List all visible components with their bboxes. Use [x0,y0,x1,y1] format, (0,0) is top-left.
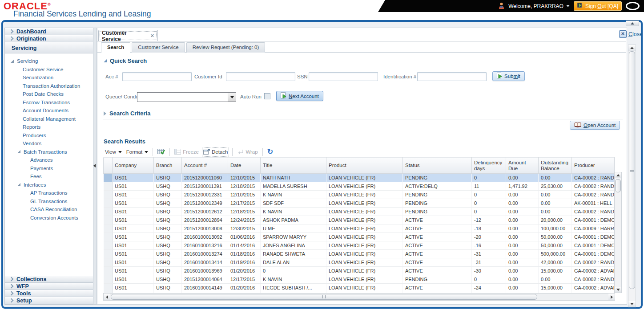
refresh-button[interactable]: ↻ [267,148,273,155]
table-row[interactable]: US01USHQ2015120001234912/17/2015SDF SDFL… [104,199,615,208]
sign-out-icon [577,3,583,9]
sidebar-item-securitization[interactable]: Securitization [5,73,93,82]
table-cell: PENDING [403,199,472,208]
sidebar-item-collateral-management[interactable]: Collateral Management [5,115,93,123]
sidebar-item-transaction-authorization[interactable]: Transaction Authorization [5,82,93,90]
sidebar-item-escrow-transactions[interactable]: Escrow Transactions [5,98,93,107]
scrollbar-thumb[interactable] [615,179,621,192]
column-header-company[interactable]: Company [113,158,154,174]
sidebar-item-fees[interactable]: Fees [5,172,93,181]
sidebar-section-wfp[interactable]: WFP [5,283,93,290]
column-header-producer[interactable]: Producer [572,158,615,174]
scroll-down-button[interactable] [615,287,621,293]
sidebar-item-servicing[interactable]: Servicing [5,57,93,65]
open-account-button[interactable]: Open Account [570,121,620,130]
sidebar-section-servicing[interactable]: Servicing [5,42,93,53]
sidebar-item-interfaces[interactable]: Interfaces [5,181,93,189]
scroll-up-button[interactable] [628,45,636,51]
table-row[interactable]: US01USHQ2015120001289412/24/2015ASHOK PA… [104,216,615,224]
collapse-header-button[interactable] [626,20,639,26]
sidebar-section-setup[interactable]: Setup [5,297,93,304]
sidebar-section-origination[interactable]: Origination [5,35,93,42]
sidebar-section-dashboard[interactable]: DashBoard [5,28,93,35]
freeze-button[interactable]: Freeze [174,149,199,155]
table-cell: 0.00 [506,284,539,292]
tab-search[interactable]: Search [101,42,130,53]
acc-number-input[interactable] [122,72,192,81]
table-row[interactable]: US01USHQ2015120001106012/10/2015NATH NAT… [104,174,615,182]
column-header-amount-due[interactable]: Amount Due [506,158,539,174]
column-header-date[interactable]: Date [228,158,261,174]
sidebar-item-advances[interactable]: Advances [5,156,93,164]
query-by-example-button[interactable] [157,148,165,156]
table-cell: 20160100013414 [182,258,228,267]
wrap-button[interactable]: Wrap [237,149,258,155]
submit-button[interactable]: Submit [492,71,525,81]
page-vertical-scrollbar[interactable] [628,45,636,307]
auto-run-checkbox[interactable] [264,93,270,99]
sidebar-item-post-date-checks[interactable]: Post Date Checks [5,90,93,98]
sidebar-item-gl-transactions[interactable]: GL Transactions [5,197,93,206]
column-header-product[interactable]: Product [326,158,403,174]
table-cell: JONES ANGELINA [261,241,326,250]
scrollbar-thumb[interactable] [111,294,537,300]
scroll-down-button[interactable] [628,301,636,307]
table-row[interactable]: US01USHQ2015120001233112/10/2015K NAVINL… [104,191,615,199]
welcome-menu[interactable]: Welcome, PRAKRRAO [508,3,570,9]
scroll-up-button[interactable] [615,172,621,178]
sidebar-item-customer-service[interactable]: Customer Service [5,65,93,74]
scroll-right-button[interactable] [608,294,615,300]
sidebar-section-collections[interactable]: Collections [5,276,93,283]
sidebar-item-casa-reconciliation[interactable]: CASA Reconciliation [5,205,93,214]
column-header-account[interactable]: Account # [182,158,228,174]
table-horizontal-scrollbar[interactable] [103,293,615,301]
sidebar-item-ap-transactions[interactable]: AP Transactions [5,189,93,197]
column-header-delinquency-days[interactable]: Delinquency days [472,158,506,174]
sidebar-item-vendors[interactable]: Vendors [5,139,93,148]
table-row[interactable]: US01USHQ2016010001321601/14/2016JONES AN… [104,241,615,250]
table-cell: 50,000.00 [539,241,572,250]
table-row[interactable]: US01USHQ2016010001309201/06/2016SPARROW … [104,233,615,241]
view-menu[interactable]: View [105,149,122,155]
table-row[interactable]: US01USHQ2016010001396901/20/20160LOAN VE… [104,267,615,275]
combo-dropdown-button[interactable] [228,93,236,102]
sidebar-section-tools[interactable]: Tools [5,290,93,297]
sidebar-item-payments[interactable]: Payments [5,164,93,173]
ssn-input[interactable] [309,72,378,81]
column-header-title[interactable]: Title [261,158,326,174]
tab-customer-service[interactable]: Customer Service [132,42,185,53]
sidebar-item-batch-transactions[interactable]: Batch Transactions [5,148,93,156]
table-vertical-scrollbar[interactable] [614,172,622,293]
tab-review-request-pending-0[interactable]: Review Request (Pending: 0) [186,42,266,53]
table-row[interactable]: US01USHQ2015120001300812/30/2015U MELOAN… [104,224,615,233]
sidebar-item-account-documents[interactable]: Account Documents [5,106,93,115]
sidebar-item-conversion-accounts[interactable]: Conversion Accounts [5,214,93,222]
table-row[interactable]: US01USHQ2016010001414901/20/2016HEGDE SU… [104,284,615,292]
close-button[interactable]: ✕ Close [619,30,643,38]
format-menu[interactable]: Format [126,149,148,155]
identification-input[interactable] [417,72,487,81]
sidebar-item-reports[interactable]: Reports [5,123,93,131]
column-header-outstanding-balance[interactable]: Outstanding Balance [539,158,572,174]
table-row[interactable]: US01USHQ2016010001327401/18/2016RANADE S… [104,250,615,258]
quick-search-header[interactable]: Quick Search [104,57,147,64]
queue-condition-select[interactable] [137,92,236,102]
window-tab-customer-service[interactable]: Customer Service ✕ [98,30,158,41]
chevron-right-icon [9,37,14,41]
search-criteria-header[interactable]: Search Criteria [104,110,151,117]
table-row[interactable]: US01USHQ2016010001341401/19/2016DALE ALA… [104,258,615,267]
next-account-button[interactable]: Next Account [276,91,323,101]
detach-button[interactable]: Detach [203,149,228,155]
scrollbar-thumb[interactable] [629,51,635,289]
sign-out-button[interactable]: Sign Out [QA] [574,1,622,11]
scroll-left-button[interactable] [104,294,110,300]
column-header-status[interactable]: Status [403,158,472,174]
table-row[interactable]: US01USHQ2015120001406412/17/2015K NAVINL… [104,275,615,284]
table-row[interactable]: US01USHQ2015120001261212/18/2015K NAVINL… [104,208,615,216]
sidebar-splitter[interactable] [93,28,97,305]
customer-id-input[interactable] [226,72,295,81]
sidebar-item-producers[interactable]: Producers [5,131,93,140]
tab-close-icon[interactable]: ✕ [150,33,154,39]
column-header-branch[interactable]: Branch [154,158,182,174]
table-row[interactable]: US01USHQ2015120001139112/18/2015MADELLA … [104,182,615,191]
